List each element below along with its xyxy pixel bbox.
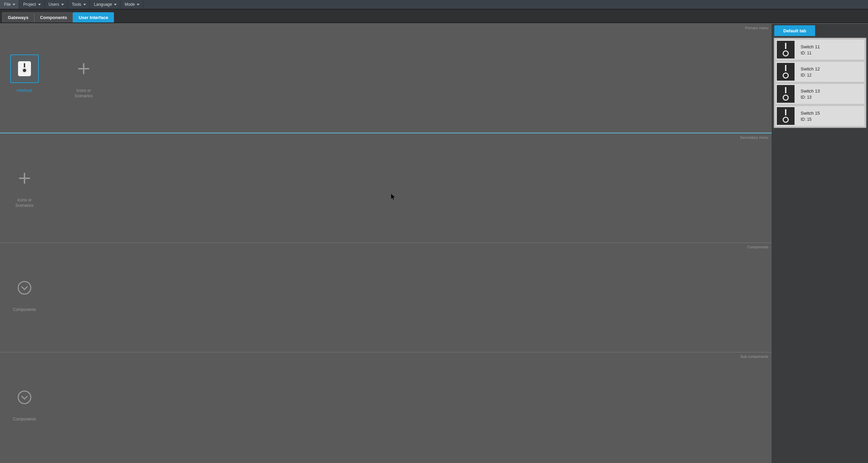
tab-gateways[interactable]: Gateways [2,12,34,22]
caret-down-icon [13,4,15,5]
tabbar: Gateways Components User Interface [0,10,868,23]
chevron-down-circle-icon [18,391,31,404]
menu-file[interactable]: File [0,0,19,9]
tile-components-drop[interactable]: Components [10,274,39,312]
section-subcomponents-label: Sub components [740,354,768,359]
section-secondary-menu[interactable]: Secondary menu Icons or Scenarios [0,133,772,243]
tile-add-secondary[interactable]: Icons or Scenarios [10,164,39,208]
tile-add-secondary-box [10,164,39,193]
menu-users[interactable]: Users [45,0,68,9]
caret-down-icon [114,4,117,5]
menu-language[interactable]: Language [90,0,120,9]
section-sub-components[interactable]: Sub components Components [0,352,772,463]
tile-add-primary[interactable]: Icons or Scenarios [69,54,98,99]
section-secondary-label: Secondary menu [740,135,768,139]
caret-down-icon [38,4,41,5]
interlock-switch-icon [18,61,31,76]
menu-mode-label: Mode [124,2,135,7]
side-item-name: Switch 13 [801,88,820,94]
side-tab-default[interactable]: Default tab [774,25,815,36]
tab-user-interface-label: User Interface [79,15,108,20]
menubar: File Project Users Tools Language Mode [0,0,868,10]
tile-add-secondary-label: Icons or Scenarios [15,197,33,208]
side-item-switch[interactable]: Switch 15 ID: 15 [775,105,865,127]
tile-components-label: Components [13,307,36,312]
switch-thumb-icon [777,107,795,125]
section-components[interactable]: Components Components [0,243,772,352]
menu-file-label: File [4,2,11,7]
tile-subcomponents-drop[interactable]: Components [10,383,39,422]
menu-mode[interactable]: Mode [120,0,143,9]
side-item-name: Switch 15 [801,111,820,116]
section-primary-label: Primary menu [745,26,768,30]
tile-add-primary-box [69,54,98,83]
switch-thumb-icon [777,41,795,59]
caret-down-icon [61,4,64,5]
section-primary-menu[interactable]: Primary menu Interlock Icons or Scenario… [0,24,772,133]
tab-components-label: Components [40,15,67,20]
side-panel: Default tab Switch 11 ID: 11 Switch 12 I… [772,24,868,463]
side-item-id: ID: 13 [801,95,820,100]
canvas-column: Primary menu Interlock Icons or Scenario… [0,24,772,463]
chevron-down-circle-icon [18,281,31,295]
side-item-id: ID: 15 [801,117,820,122]
menu-language-label: Language [94,2,112,7]
tile-subcomponents-label: Components [13,416,36,422]
tile-interlock-label: Interlock [17,88,32,93]
tab-components[interactable]: Components [34,12,73,22]
side-tab-label: Default tab [783,28,806,33]
menu-project[interactable]: Project [19,0,44,9]
tab-user-interface[interactable]: User Interface [73,12,114,22]
tile-interlock[interactable]: Interlock [10,54,39,99]
section-components-label: Components [747,245,768,249]
switch-thumb-icon [777,63,795,81]
menu-project-label: Project [23,2,36,7]
side-list: Switch 11 ID: 11 Switch 12 ID: 12 Switch… [773,37,867,128]
plus-icon [78,63,90,75]
tile-subcomponents-box [10,383,39,412]
menu-tools-label: Tools [72,2,81,7]
plus-icon [18,172,31,184]
side-item-switch[interactable]: Switch 11 ID: 11 [775,39,865,60]
caret-down-icon [137,4,139,5]
side-item-switch[interactable]: Switch 12 ID: 12 [775,61,865,82]
caret-down-icon [83,4,86,5]
tile-components-box [10,274,39,302]
side-item-id: ID: 11 [801,51,820,55]
side-item-id: ID: 12 [801,73,820,78]
menu-tools[interactable]: Tools [68,0,90,9]
menu-users-label: Users [49,2,59,7]
switch-thumb-icon [777,85,795,103]
tile-interlock-box [10,54,39,83]
side-item-switch[interactable]: Switch 13 ID: 13 [775,83,865,104]
tab-gateways-label: Gateways [8,15,29,20]
workspace: Primary menu Interlock Icons or Scenario… [0,24,868,463]
tile-add-primary-label: Icons or Scenarios [74,88,93,99]
side-item-name: Switch 11 [801,44,820,49]
side-item-name: Switch 12 [801,66,820,71]
